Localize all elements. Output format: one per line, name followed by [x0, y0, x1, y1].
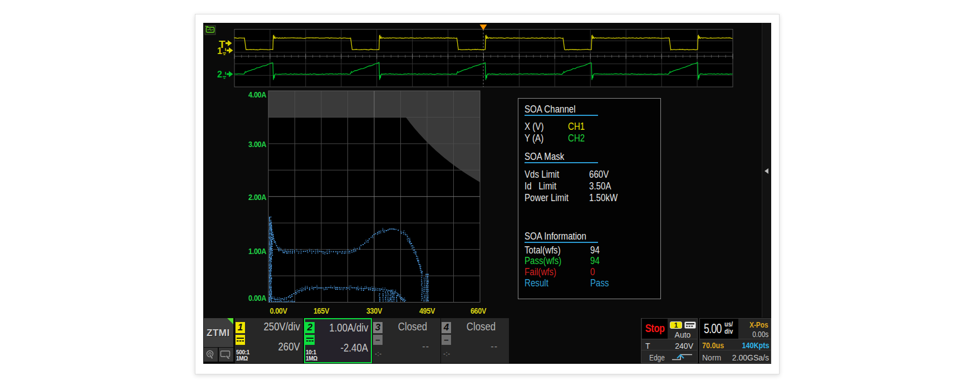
panel-keypad-icon [684, 321, 696, 329]
brand-name: ZTMI [207, 328, 230, 339]
x-source-value: CH1 [568, 121, 585, 133]
x-source-label: X (V) [525, 121, 543, 133]
marker-arrow [226, 40, 232, 46]
trigger-level-row[interactable]: T 240V [641, 339, 697, 350]
channel2-status[interactable]: 2 10:11MΩ 1.00A/div -2.40A [304, 318, 372, 363]
channel2-dc-coupling-icon [305, 335, 315, 345]
acquisition-mode: Norm [702, 353, 721, 362]
channel1-status[interactable]: 1 500:11MΩ 250V/div 260V [235, 318, 303, 363]
xpos-label: X-Pos [749, 320, 768, 329]
touch-drag-icon [220, 349, 232, 360]
screenshot-card: T12 4.00A3.00A2.00A1.00A0.00A0.00V165V33… [195, 14, 780, 374]
logo-corner-accent [227, 318, 233, 324]
heading-underline [525, 115, 598, 116]
soa-x-tick-label: 495V [413, 306, 442, 315]
timebase-scale-box[interactable]: 5.00 us/div [700, 319, 738, 339]
total-wfs-value: 94 [590, 245, 600, 256]
soa-x-tick-label: 0.00V [264, 306, 293, 315]
timebase-window-row: 70.0us 140Kpts [700, 339, 771, 350]
scope-capture-icon[interactable] [205, 26, 215, 35]
power-limit-value: 1.50kW [589, 192, 618, 204]
touch-gesture-button[interactable] [204, 348, 218, 362]
channel1-badge: 1 [236, 322, 245, 333]
ch2-marker-label[interactable]: 2 [217, 70, 222, 79]
sample-rate-value: 2.00GSa/s [732, 353, 769, 362]
id-limit-value: 3.50A [589, 181, 611, 192]
channel3-state: Closed [389, 320, 436, 333]
side-menu-handle[interactable] [762, 23, 771, 318]
oscilloscope-screen: T12 4.00A3.00A2.00A1.00A0.00A0.00V165V33… [203, 23, 771, 364]
channel3-offset-placeholder: -- [422, 342, 429, 352]
time-window-value: 70.0us [702, 341, 724, 350]
vds-limit-label: Vds Limit [525, 169, 559, 181]
xpos-value[interactable]: 0.00s [752, 330, 768, 339]
pass-wfs-label: Pass(wfs) [525, 255, 561, 267]
trigger-type-label: Edge [649, 353, 665, 362]
trigger-sweep-mode[interactable]: Auto [668, 330, 697, 339]
channel1-scale: 250V/div [264, 320, 300, 333]
ch1-marker-label[interactable]: 1 [217, 46, 222, 56]
trigger-type-row[interactable]: Edge [641, 350, 697, 363]
rising-edge-icon [672, 352, 693, 361]
run-state-label: Stop [645, 319, 665, 338]
collapse-arrow-icon [765, 168, 768, 174]
result-label: Result [525, 277, 548, 289]
channel4-status[interactable]: 4 – Closed -- -:- [441, 318, 509, 363]
channel2-scale: 1.00A/div [329, 321, 368, 334]
channel4-offset-placeholder: -- [491, 342, 498, 352]
channel3-probe-placeholder: -:- [375, 350, 382, 358]
trigger-source-badge[interactable]: 1 [670, 321, 682, 329]
page-background: T12 4.00A3.00A2.00A1.00A0.00A0.00V165V33… [0, 0, 980, 390]
touch-tap-icon [205, 349, 217, 360]
channel1-offset: 260V [278, 340, 300, 353]
memory-points-value: 140Kpts [742, 341, 769, 350]
heading-underline [525, 242, 598, 243]
marker-arrow [223, 71, 233, 79]
y-source-label: Y (A) [525, 133, 543, 144]
channel4-probe-placeholder: -:- [443, 350, 450, 358]
soa-y-tick-label: 4.00A [246, 90, 266, 99]
fail-wfs-label: Fail(wfs) [525, 266, 556, 278]
touch-drag-button[interactable] [219, 348, 233, 362]
soa-mask-heading: SOA Mask [525, 151, 564, 163]
channel4-coupling-placeholder: – [442, 335, 451, 345]
soa-panel: SOA Channel X (V) CH1 Y (A) CH2 SOA Mask… [518, 98, 661, 299]
acquisition-mode-row: Norm 2.00GSa/s [700, 350, 771, 363]
trigger-t-label: T [645, 342, 650, 350]
soa-x-tick-label: 165V [307, 306, 336, 315]
id-limit-label: Id Limit [525, 181, 556, 192]
y-source-value: CH2 [568, 133, 585, 144]
run-state-button[interactable]: Stop [642, 319, 668, 339]
soa-information-heading: SOA Information [525, 231, 586, 242]
channel2-probe-info: 10:11MΩ [306, 349, 317, 362]
pass-wfs-value: 94 [590, 255, 600, 267]
total-wfs-label: Total(wfs) [525, 245, 561, 256]
soa-y-tick-label: 1.00A [246, 246, 266, 256]
timebase-scale-value: 5.00 [704, 321, 722, 337]
timebase-status-group: 5.00 us/div X-Pos 0.00s 70.0us 140Kpts N… [699, 318, 771, 363]
channel3-coupling-placeholder: – [373, 335, 383, 345]
status-bar: ZTMI 1 [203, 318, 771, 364]
channel2-badge: 2 [305, 322, 315, 333]
brand-logo: ZTMI [204, 318, 233, 347]
soa-x-tick-label: 660V [464, 306, 493, 315]
result-value: Pass [590, 277, 609, 289]
power-limit-label: Power Limit [525, 192, 569, 204]
soa-y-tick-label: 2.00A [246, 192, 266, 202]
waveform-strip: T12 [205, 25, 733, 87]
channel-markers: T12 [217, 38, 233, 80]
soa-x-tick-label: 330V [360, 306, 389, 315]
channel4-badge: 4 [442, 322, 451, 333]
soa-y-tick-label: 0.00A [246, 293, 266, 303]
channel3-status[interactable]: 3 – Closed -- -:- [373, 318, 440, 363]
vds-limit-value: 660V [589, 169, 609, 181]
timebase-scale-unit: us/div [724, 321, 733, 335]
channel3-badge: 3 [373, 322, 383, 333]
channel1-probe-info: 500:11MΩ [236, 349, 249, 362]
channel4-state: Closed [458, 320, 504, 333]
trigger-status-group: Stop 1 Auto T 240V Edge [641, 318, 698, 363]
channel2-offset: -2.40A [340, 342, 368, 354]
trigger-level-value: 240V [675, 342, 693, 350]
soa-y-tick-label: 3.00A [246, 139, 266, 149]
soa-channel-heading: SOA Channel [525, 104, 576, 115]
